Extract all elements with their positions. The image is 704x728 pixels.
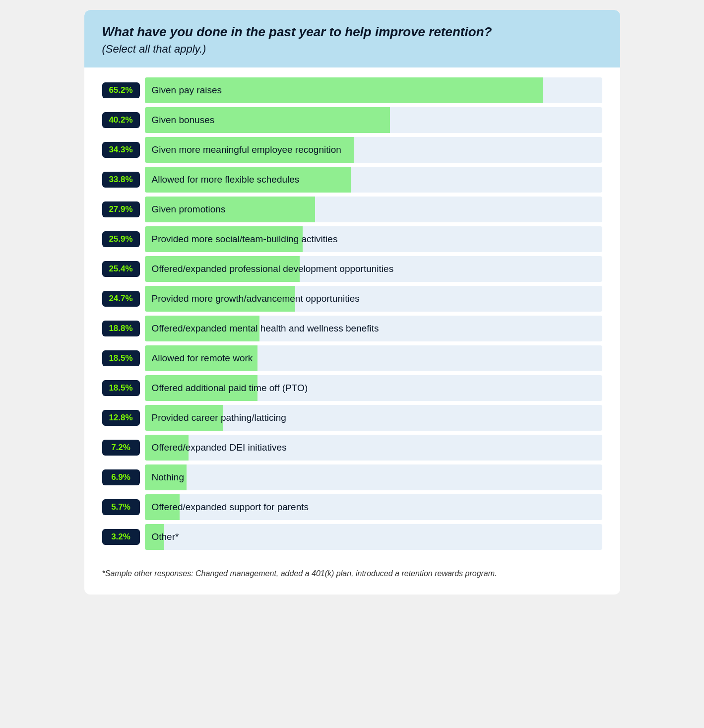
bar-bg: Given promotions [145,197,602,222]
pct-badge: 5.7% [102,499,140,515]
pct-badge: 12.8% [102,410,140,426]
bar-bg: Offered/expanded professional developmen… [145,256,602,282]
pct-badge: 34.3% [102,142,140,158]
bar-label: Other* [145,531,179,542]
bar-bg: Offered/expanded mental health and welln… [145,316,602,341]
bar-bg: Allowed for remote work [145,345,602,371]
bar-label: Offered/expanded support for parents [145,502,309,513]
pct-badge: 33.8% [102,172,140,188]
pct-badge: 7.2% [102,440,140,456]
survey-card: What have you done in the past year to h… [84,10,620,595]
bar-row: 7.2%Offered/expanded DEI initiatives [102,435,602,461]
bar-bg: Provided more social/team-building activ… [145,226,602,252]
survey-subtitle: (Select all that apply.) [102,43,602,56]
bar-row: 5.7%Offered/expanded support for parents [102,494,602,520]
survey-header: What have you done in the past year to h… [84,10,620,67]
pct-badge: 18.8% [102,321,140,336]
bar-label: Nothing [145,472,185,483]
bar-label: Provided more social/team-building activ… [145,234,338,245]
bar-row: 40.2%Given bonuses [102,107,602,133]
bar-row: 18.5%Allowed for remote work [102,345,602,371]
pct-badge: 6.9% [102,469,140,485]
bar-bg: Offered/expanded support for parents [145,494,602,520]
bar-row: 25.4%Offered/expanded professional devel… [102,256,602,282]
bar-label: Offered/expanded mental health and welln… [145,323,379,334]
bar-bg: Offered/expanded DEI initiatives [145,435,602,461]
bar-label: Given pay raises [145,85,222,96]
bar-bg: Offered additional paid time off (PTO) [145,375,602,401]
bar-bg: Provided career pathing/latticing [145,405,602,431]
bar-row: 18.5%Offered additional paid time off (P… [102,375,602,401]
pct-badge: 25.9% [102,231,140,247]
bar-bg: Given more meaningful employee recogniti… [145,137,602,163]
bar-label: Provided career pathing/latticing [145,412,286,423]
bar-row: 65.2%Given pay raises [102,77,602,103]
pct-badge: 18.5% [102,350,140,366]
bar-label: Offered/expanded DEI initiatives [145,442,287,453]
bar-bg: Nothing [145,464,602,490]
bar-bg: Given bonuses [145,107,602,133]
bar-bg: Allowed for more flexible schedules [145,167,602,193]
bar-row: 3.2%Other* [102,524,602,550]
bar-row: 34.3%Given more meaningful employee reco… [102,137,602,163]
bar-bg: Other* [145,524,602,550]
survey-title: What have you done in the past year to h… [102,24,602,41]
bar-label: Offered additional paid time off (PTO) [145,383,308,394]
bar-label: Offered/expanded professional developmen… [145,264,394,274]
bar-label: Allowed for more flexible schedules [145,174,300,185]
bars-container: 65.2%Given pay raises40.2%Given bonuses3… [84,67,620,559]
bar-label: Provided more growth/advancement opportu… [145,293,360,304]
bar-label: Given promotions [145,204,226,215]
bar-row: 27.9%Given promotions [102,197,602,222]
bar-label: Allowed for remote work [145,353,253,364]
bar-row: 33.8%Allowed for more flexible schedules [102,167,602,193]
pct-badge: 18.5% [102,380,140,396]
pct-badge: 27.9% [102,201,140,217]
pct-badge: 3.2% [102,529,140,545]
bar-bg: Given pay raises [145,77,602,103]
bar-row: 12.8%Provided career pathing/latticing [102,405,602,431]
bar-row: 24.7%Provided more growth/advancement op… [102,286,602,312]
bar-label: Given bonuses [145,115,215,126]
footnote: *Sample other responses: Changed managem… [84,559,620,580]
bar-row: 25.9%Provided more social/team-building … [102,226,602,252]
pct-badge: 24.7% [102,291,140,307]
bar-row: 18.8%Offered/expanded mental health and … [102,316,602,341]
pct-badge: 65.2% [102,82,140,98]
bar-bg: Provided more growth/advancement opportu… [145,286,602,312]
pct-badge: 40.2% [102,112,140,128]
bar-label: Given more meaningful employee recogniti… [145,144,341,155]
pct-badge: 25.4% [102,261,140,277]
bar-row: 6.9%Nothing [102,464,602,490]
